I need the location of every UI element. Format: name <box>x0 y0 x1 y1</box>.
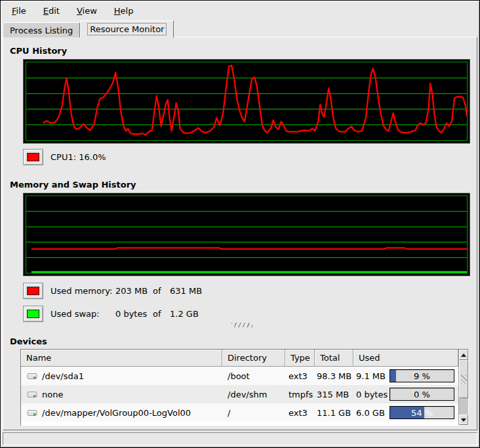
table-row[interactable]: /dev/mapper/VolGroup00-LogVol00 / ext3 1… <box>21 403 458 422</box>
device-directory: / <box>228 408 230 418</box>
device-name: none <box>42 390 63 399</box>
tab-resource-monitor[interactable]: Resource Monitor <box>80 20 174 38</box>
vertical-scrollbar <box>458 350 468 425</box>
memory-of-text: of <box>153 286 170 296</box>
system-monitor-window: File Edit View Help Process Listing Reso… <box>0 0 480 448</box>
used-progress-label: 54 % <box>390 407 454 418</box>
device-directory: /dev/shm <box>228 390 267 399</box>
memory-total-value: 631 MB <box>170 286 202 296</box>
device-used: 6.0 GB <box>356 408 385 418</box>
cpu1-legend-label: CPU1: 16.0% <box>50 152 106 162</box>
scrollbar-thumb[interactable] <box>459 360 468 398</box>
devices-table-main: Name Directory Type Total Used /dev/sda1… <box>21 350 458 425</box>
column-header-type[interactable]: Type <box>285 350 315 367</box>
device-type: ext3 <box>289 371 308 381</box>
tab-label: Resource Monitor <box>88 24 166 35</box>
scroll-up-button[interactable] <box>459 350 468 360</box>
used-progress-bar: 54 % <box>390 406 454 419</box>
swap-color-swatch <box>27 310 39 318</box>
memory-swap-plot <box>26 195 468 274</box>
menu-file[interactable]: File <box>3 3 35 18</box>
menu-edit[interactable]: Edit <box>35 3 68 18</box>
swap-legend-label: Used swap: <box>50 309 115 319</box>
resource-monitor-page: CPU History CPU1: 16.0% Memory and Swap … <box>3 37 477 430</box>
table-row[interactable]: none /dev/shm tmpfs 315 MB 0 bytes 0 % <box>21 385 458 403</box>
swap-legend: Used swap: 0 bytes of 1.2 GB <box>23 305 199 322</box>
device-type: tmpfs <box>289 390 313 399</box>
device-directory: /boot <box>228 371 250 381</box>
menu-view[interactable]: View <box>68 3 106 18</box>
cpu1-color-swatch <box>27 153 39 161</box>
memory-used-value: 203 MB <box>115 286 153 296</box>
devices-title: Devices <box>10 336 47 346</box>
used-progress-label: 0 % <box>390 388 454 400</box>
down-arrow-icon <box>461 418 466 422</box>
status-bar <box>3 432 477 445</box>
cpu1-color-button[interactable] <box>23 149 43 165</box>
up-arrow-icon <box>461 354 466 357</box>
memory-color-swatch <box>27 287 39 295</box>
used-progress-label: 9 % <box>390 370 454 382</box>
device-total: 98.3 MB <box>317 371 351 381</box>
devices-table-header: Name Directory Type Total Used <box>21 350 458 367</box>
used-progress-bar: 9 % <box>390 369 454 382</box>
tab-process-listing[interactable]: Process Listing <box>3 22 80 37</box>
device-used: 9.1 MB <box>356 371 386 381</box>
device-type: ext3 <box>289 408 308 418</box>
device-used: 0 bytes <box>356 390 388 399</box>
memory-legend-label: Used memory: <box>50 286 115 296</box>
cpu-history-title: CPU History <box>10 46 67 56</box>
table-row[interactable]: /dev/sda1 /boot ext3 98.3 MB 9.1 MB 9 % <box>21 367 458 385</box>
drive-icon <box>27 390 37 399</box>
cpu-legend: CPU1: 16.0% <box>23 148 106 165</box>
swap-total-value: 1.2 GB <box>170 309 199 319</box>
device-name: /dev/mapper/VolGroup00-LogVol00 <box>42 408 191 418</box>
memory-legend: Used memory: 203 MB of 631 MB <box>23 282 202 299</box>
tab-label: Process Listing <box>10 26 73 35</box>
tab-strip: Process Listing Resource Monitor <box>3 20 477 37</box>
memory-swap-chart <box>23 193 470 276</box>
drive-icon <box>27 372 37 380</box>
swap-color-button[interactable] <box>23 306 43 322</box>
column-header-total[interactable]: Total <box>315 350 353 367</box>
menu-help[interactable]: Help <box>106 3 142 18</box>
column-header-name[interactable]: Name <box>21 350 222 367</box>
drive-icon <box>27 409 37 417</box>
scroll-down-button[interactable] <box>459 415 468 425</box>
device-total: 11.1 GB <box>317 408 351 418</box>
device-name: /dev/sda1 <box>42 371 84 381</box>
pane-resize-handle[interactable] <box>231 323 252 327</box>
used-progress-bar: 0 % <box>390 388 454 401</box>
swap-of-text: of <box>153 309 170 319</box>
memory-color-button[interactable] <box>23 283 43 299</box>
cpu-history-chart <box>23 59 470 144</box>
column-header-used[interactable]: Used <box>353 350 458 367</box>
scrollbar-track[interactable] <box>459 360 468 415</box>
cpu-history-plot <box>26 62 468 141</box>
swap-used-value: 0 bytes <box>115 309 153 319</box>
menubar: File Edit View Help <box>2 2 478 20</box>
memory-swap-title: Memory and Swap History <box>10 180 136 190</box>
column-header-directory[interactable]: Directory <box>222 350 285 367</box>
device-total: 315 MB <box>317 390 349 399</box>
devices-table: Name Directory Type Total Used /dev/sda1… <box>20 349 469 426</box>
